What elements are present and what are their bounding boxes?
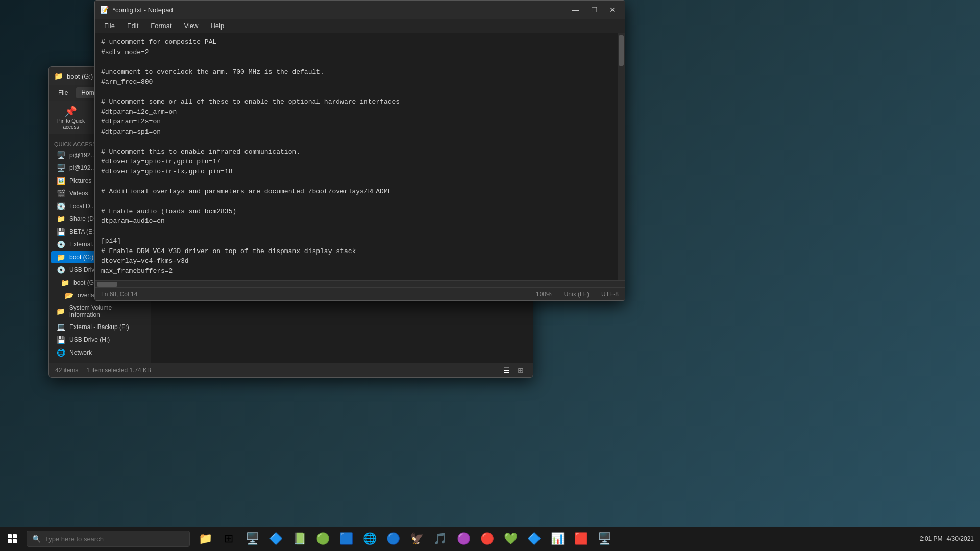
taskbar-app-12[interactable]: 🟥 — [570, 528, 592, 550]
sidebar-item-boot-label: boot (G:) — [69, 254, 93, 261]
svg-rect-3 — [13, 539, 17, 543]
pin-icon: 📌 — [64, 105, 77, 117]
np-hscroll-thumb[interactable] — [97, 282, 117, 287]
computer-icon-2: 🖥️ — [56, 164, 65, 172]
start-button[interactable] — [0, 527, 24, 551]
boot-g-icon: 📁 — [60, 279, 69, 287]
desktop: 📁 boot (G:) — ☐ ✕ File Home Share View 📌… — [0, 0, 980, 551]
taskbar-app-store[interactable]: ⊞ — [217, 528, 240, 550]
notepad-icon: 📝 — [100, 6, 109, 14]
fe-view-controls: ☰ ⊞ — [500, 364, 527, 377]
taskbar-app-10[interactable]: 💚 — [499, 528, 522, 550]
disk-icon: 💽 — [56, 202, 65, 210]
windows-logo-icon — [7, 534, 17, 544]
np-menu-file[interactable]: File — [99, 20, 120, 32]
taskbar-app-cmd[interactable]: 🖥️ — [241, 528, 263, 550]
taskbar-app-6[interactable]: 🦅 — [405, 528, 428, 550]
boot-folder-icon: 📁 — [56, 253, 65, 261]
np-menubar: File Edit Format View Help — [95, 19, 625, 33]
videos-icon: 🎬 — [56, 189, 65, 197]
sidebar-item-external-backup[interactable]: 💻 External - Backup (F:) — [51, 321, 149, 333]
taskbar-app-5[interactable]: 🔵 — [382, 528, 404, 550]
usb-h-icon: 💾 — [56, 336, 65, 344]
svg-rect-0 — [8, 534, 12, 538]
drive-icon: 💾 — [56, 228, 65, 236]
np-menu-help[interactable]: Help — [205, 20, 229, 32]
sidebar-item-usb-drive-h[interactable]: 💾 USB Drive (H:) — [51, 334, 149, 346]
np-menu-edit[interactable]: Edit — [122, 20, 143, 32]
sidebar-item-pi1-label: pi@192... — [69, 152, 96, 159]
sidebar-item-network-label: Network — [69, 349, 92, 356]
sidebar-item-network[interactable]: 🌐 Network — [51, 346, 149, 359]
fe-title-icon: 📁 — [54, 72, 63, 80]
np-content-area — [95, 33, 625, 280]
taskbar-search-input[interactable] — [45, 535, 184, 543]
sidebar-item-videos-label: Videos — [69, 190, 88, 197]
taskbar-app-7[interactable]: 🎵 — [429, 528, 451, 550]
np-line-ending: Unix (LF) — [564, 291, 589, 298]
np-maximize-button[interactable]: ☐ — [587, 3, 601, 17]
sidebar-item-svi[interactable]: 📁 System Volume Information — [51, 302, 149, 320]
sidebar-item-svi-label: System Volume Information — [69, 304, 143, 318]
tray-date: 4/30/2021 — [947, 535, 974, 542]
fe-selected-info: 1 item selected 1.74 KB — [86, 367, 151, 374]
taskbar-app-list: 📁 ⊞ 🖥️ 🔷 📗 🟢 🟦 🌐 🔵 🦅 🎵 🟣 🔴 💚 🔷 📊 🟥 🖥️ — [194, 528, 616, 550]
computer-icon: 🖥️ — [56, 151, 65, 159]
np-scroll-thumb[interactable] — [619, 35, 624, 66]
tray-time: 2:01 PM — [920, 535, 943, 542]
view-details-button[interactable]: ☰ — [500, 364, 512, 377]
np-minimize-button[interactable]: — — [569, 3, 583, 17]
svg-rect-1 — [13, 534, 17, 538]
fe-statusbar: 42 items 1 item selected 1.74 KB ☰ ⊞ — [49, 363, 533, 377]
pictures-icon: 🖼️ — [56, 177, 65, 185]
taskbar-app-3[interactable]: 🟢 — [311, 528, 334, 550]
tab-file[interactable]: File — [53, 87, 73, 98]
svg-rect-2 — [8, 539, 12, 543]
np-scrollbar-vertical[interactable] — [618, 33, 625, 280]
sidebar-item-pi2-label: pi@192... — [69, 164, 96, 171]
overlays-icon: 📂 — [64, 291, 74, 299]
sidebar-item-ext-backup-label: External - Backup (F:) — [69, 323, 129, 331]
np-close-button[interactable]: ✕ — [605, 3, 620, 17]
network-icon: 🌐 — [56, 348, 65, 357]
fe-items-count: 42 items — [55, 367, 78, 374]
np-menu-view[interactable]: View — [179, 20, 204, 32]
sidebar-item-external-label: External... — [69, 241, 97, 248]
usb-icon: 💿 — [56, 266, 65, 274]
folder-icon: 📁 — [56, 215, 65, 223]
ext-backup-icon: 💻 — [56, 323, 65, 331]
pin-to-quickaccess-button[interactable]: 📌 Pin to Quickaccess — [53, 103, 89, 132]
np-statusbar: Ln 68, Col 14 100% Unix (LF) UTF-8 — [95, 287, 625, 300]
np-position: Ln 68, Col 14 — [101, 291, 137, 298]
taskbar-tray: 2:01 PM 4/30/2021 — [920, 535, 980, 542]
taskbar-app-2[interactable]: 📗 — [288, 528, 310, 550]
taskbar-app-11[interactable]: 🔷 — [523, 528, 545, 550]
taskbar-app-13[interactable]: 🖥️ — [593, 528, 616, 550]
svi-folder-icon: 📁 — [56, 307, 65, 315]
taskbar-app-excel[interactable]: 📊 — [546, 528, 569, 550]
notepad-window: 📝 *config.txt - Notepad — ☐ ✕ File Edit … — [94, 0, 625, 301]
np-menu-format[interactable]: Format — [145, 20, 177, 32]
view-large-icons-button[interactable]: ⊞ — [514, 364, 527, 377]
np-statusbar-right: 100% Unix (LF) UTF-8 — [536, 291, 619, 298]
np-encoding: UTF-8 — [601, 291, 619, 298]
taskbar: 🔍 📁 ⊞ 🖥️ 🔷 📗 🟢 🟦 🌐 🔵 🦅 🎵 🟣 🔴 💚 🔷 📊 🟥 🖥️ — [0, 527, 980, 551]
taskbar-app-8[interactable]: 🟣 — [452, 528, 475, 550]
taskbar-app-1[interactable]: 🔷 — [264, 528, 287, 550]
np-title-text: *config.txt - Notepad — [113, 6, 565, 14]
np-titlebar: 📝 *config.txt - Notepad — ☐ ✕ — [95, 1, 625, 19]
taskbar-app-browser[interactable]: 🌐 — [358, 528, 381, 550]
sidebar-item-usb-h-label: USB Drive (H:) — [69, 336, 110, 343]
np-scrollbar-horizontal[interactable] — [95, 280, 625, 287]
np-text-content[interactable] — [95, 33, 618, 280]
pin-label: Pin to Quickaccess — [57, 118, 85, 130]
external-icon: 💿 — [56, 240, 65, 248]
taskbar-search-box[interactable]: 🔍 — [27, 531, 190, 547]
sidebar-item-pictures-label: Pictures — [69, 177, 91, 184]
np-zoom: 100% — [536, 291, 552, 298]
taskbar-app-file-explorer[interactable]: 📁 — [194, 528, 216, 550]
taskbar-search-icon: 🔍 — [32, 535, 41, 543]
sidebar-item-local-label: Local D... — [69, 203, 95, 210]
taskbar-app-9[interactable]: 🔴 — [476, 528, 498, 550]
taskbar-app-4[interactable]: 🟦 — [335, 528, 357, 550]
